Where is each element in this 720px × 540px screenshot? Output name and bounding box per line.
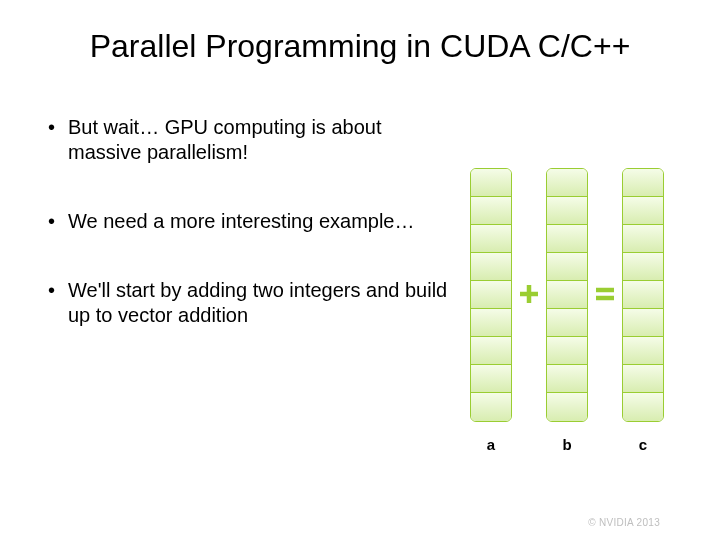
vector-cell [547, 281, 587, 309]
copyright-footer: © NVIDIA 2013 [588, 517, 660, 528]
vector-cell [623, 253, 663, 281]
vector-cell [547, 309, 587, 337]
vector-cell [471, 337, 511, 365]
vector-a-group: a [470, 168, 512, 453]
bullet-item: We need a more interesting example… [48, 209, 448, 234]
vector-cell [471, 365, 511, 393]
vector-cell [547, 197, 587, 225]
vector-label-c: c [639, 436, 647, 453]
vector-diagram: a b [470, 168, 700, 458]
vector-label-a: a [487, 436, 495, 453]
bullet-list: But wait… GPU computing is about massive… [48, 115, 448, 372]
vector-cell [623, 393, 663, 421]
vector-a [470, 168, 512, 422]
vector-cell [471, 281, 511, 309]
vector-cell [547, 337, 587, 365]
vector-cell [547, 253, 587, 281]
slide-title: Parallel Programming in CUDA C/C++ [0, 28, 720, 65]
plus-icon [512, 168, 546, 420]
vector-cell [547, 365, 587, 393]
vector-cell [547, 169, 587, 197]
vector-cell [471, 169, 511, 197]
vector-cell [623, 281, 663, 309]
vector-label-b: b [562, 436, 571, 453]
vector-c [622, 168, 664, 422]
vector-cell [471, 309, 511, 337]
vector-cell [471, 197, 511, 225]
vector-cell [623, 337, 663, 365]
equals-icon [588, 168, 622, 420]
vector-cell [623, 365, 663, 393]
vector-cell [547, 393, 587, 421]
vector-cell [471, 225, 511, 253]
vector-cell [547, 225, 587, 253]
vector-cell [471, 393, 511, 421]
vector-c-group: c [622, 168, 664, 453]
vector-cell [471, 253, 511, 281]
vector-cell [623, 197, 663, 225]
vector-cell [623, 309, 663, 337]
vector-cell [623, 225, 663, 253]
vector-b [546, 168, 588, 422]
bullet-item: But wait… GPU computing is about massive… [48, 115, 448, 165]
vector-b-group: b [546, 168, 588, 453]
bullet-item: We'll start by adding two integers and b… [48, 278, 448, 328]
vector-cell [623, 169, 663, 197]
